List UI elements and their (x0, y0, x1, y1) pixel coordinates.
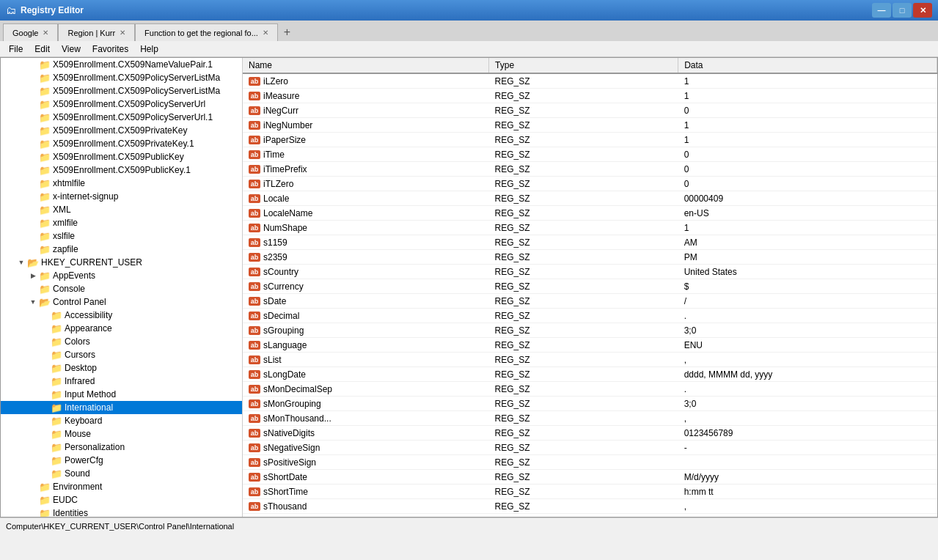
tree-item-identities[interactable]: 📁Identities (1, 506, 242, 517)
maximize-button[interactable]: □ (893, 3, 912, 18)
tree-toggle-keyboard (39, 415, 51, 427)
tree-item-infrared[interactable]: 📁Infrared (1, 375, 242, 388)
table-row[interactable]: ab sNativeDigitsREG_SZ0123456789 (243, 426, 937, 441)
tree-item-xml[interactable]: 📁XML (1, 203, 242, 216)
tree-item-xmlfile[interactable]: 📁xmlfile (1, 216, 242, 229)
tree-item-appevents[interactable]: ▶📁AppEvents (1, 269, 242, 282)
tree-item-colors[interactable]: 📁Colors (1, 335, 242, 348)
tree-label-input: Input Method (65, 389, 116, 399)
minimize-button[interactable]: — (872, 3, 891, 18)
tree-item-environ[interactable]: 📁Environment (1, 480, 242, 493)
tree-item-keyboard[interactable]: 📁Keyboard (1, 414, 242, 427)
add-tab-button[interactable]: + (278, 23, 296, 41)
cell-type-0: REG_SZ (489, 73, 678, 89)
tree-item-mouse[interactable]: 📁Mouse (1, 427, 242, 441)
tree-item-xint[interactable]: 📁x-internet-signup (1, 190, 242, 203)
tree-item-x509-1[interactable]: 📁X509Enrollment.CX509NameValuePair.1 (1, 58, 242, 71)
table-row[interactable]: ab sListREG_SZ, (243, 353, 937, 367)
tree-item-x509-6[interactable]: 📁X509Enrollment.CX509PrivateKey (1, 124, 242, 137)
tree-item-console[interactable]: 📁Console (1, 282, 242, 295)
table-row[interactable]: ab sNegativeSignREG_SZ- (243, 441, 937, 455)
table-row[interactable]: ab sLanguageREG_SZENU (243, 338, 937, 353)
tab-close-3[interactable]: ✕ (263, 29, 268, 37)
table-row[interactable]: ab sMonDecimalSepREG_SZ. (243, 382, 937, 397)
tree-item-x509-3[interactable]: 📁X509Enrollment.CX509PolicyServerListMa (1, 84, 242, 97)
tree-item-powercfg[interactable]: 📁PowerCfg (1, 454, 242, 467)
table-row[interactable]: ab sGroupingREG_SZ3;0 (243, 323, 937, 338)
close-button[interactable]: ✕ (913, 3, 932, 18)
tab-close-1[interactable]: ✕ (43, 29, 48, 37)
tree-item-access[interactable]: 📁Accessibility (1, 309, 242, 322)
tree-item-hkcu[interactable]: ▼📂HKEY_CURRENT_USER (1, 256, 242, 269)
cell-data-28: h:mm tt (678, 485, 937, 499)
table-row[interactable]: ab iLZeroREG_SZ1 (243, 73, 937, 89)
tree-item-x509-4[interactable]: 📁X509Enrollment.CX509PolicyServerUrl (1, 97, 242, 111)
table-row[interactable]: ab sMonThousand...REG_SZ, (243, 411, 937, 426)
menu-edit[interactable]: Edit (29, 41, 56, 56)
tree-item-x509-5[interactable]: 📁X509Enrollment.CX509PolicyServerUrl.1 (1, 111, 242, 124)
table-row[interactable]: ab sLongDateREG_SZdddd, MMMM dd, yyyy (243, 367, 937, 382)
table-row[interactable]: ab s1159REG_SZAM (243, 235, 937, 250)
menu-help[interactable]: Help (134, 41, 164, 56)
tree-toggle-environ (27, 481, 39, 493)
cell-name-9: ab LocaleName (243, 206, 489, 221)
tree-item-xhtml[interactable]: 📁xhtmlfile (1, 177, 242, 190)
tree-toggle-x509-1 (27, 59, 39, 70)
main-container: 📁X509Enrollment.CX509NameValuePair.1📁X50… (0, 57, 938, 517)
cell-type-1: REG_SZ (489, 89, 678, 103)
tree-item-x509-7[interactable]: 📁X509Enrollment.CX509PrivateKey.1 (1, 137, 242, 150)
table-row[interactable]: ab sMonGroupingREG_SZ3;0 (243, 397, 937, 411)
table-row[interactable]: ab sShortDateREG_SZM/d/yyyy (243, 470, 937, 485)
tab-close-2[interactable]: ✕ (120, 29, 125, 37)
table-row[interactable]: ab sDecimalREG_SZ. (243, 309, 937, 323)
tree-item-sound[interactable]: 📁Sound (1, 467, 242, 480)
table-row[interactable]: ab iMeasureREG_SZ1 (243, 89, 937, 103)
table-row[interactable]: ab iTLZeroREG_SZ0 (243, 177, 937, 191)
tree-item-appear[interactable]: 📁Appearance (1, 322, 242, 335)
table-row[interactable]: ab sThousandREG_SZ, (243, 499, 937, 514)
folder-icon-x509-4: 📁 (39, 99, 51, 110)
menu-file[interactable]: File (3, 41, 29, 56)
cell-type-3: REG_SZ (489, 118, 678, 133)
tree-item-input[interactable]: 📁Input Method (1, 388, 242, 401)
menu-favorites[interactable]: Favorites (87, 41, 134, 56)
tree-item-desktop[interactable]: 📁Desktop (1, 361, 242, 375)
tree-item-eudc[interactable]: 📁EUDC (1, 493, 242, 506)
table-row[interactable]: ab s2359REG_SZPM (243, 250, 937, 265)
cell-type-13: REG_SZ (489, 265, 678, 279)
tree-item-xslfile[interactable]: 📁xslfile (1, 229, 242, 243)
table-row[interactable]: ab iPaperSizeREG_SZ1 (243, 133, 937, 147)
tree-item-x509-8[interactable]: 📁X509Enrollment.CX509PublicKey (1, 150, 242, 163)
table-row[interactable]: ab NumShapeREG_SZ1 (243, 221, 937, 235)
table-row[interactable]: ab LocaleNameREG_SZen-US (243, 206, 937, 221)
browser-tab-1[interactable]: Google ✕ (3, 23, 58, 41)
table-row[interactable]: ab sTimeREG_SZ: (243, 514, 937, 517)
table-row[interactable]: ab sDateREG_SZ/ (243, 294, 937, 309)
tree-item-person[interactable]: 📁Personalization (1, 441, 242, 454)
tree-item-cp[interactable]: ▼📂Control Panel (1, 295, 242, 309)
table-row[interactable]: ab sCountryREG_SZUnited States (243, 265, 937, 279)
table-row[interactable]: ab LocaleREG_SZ00000409 (243, 191, 937, 206)
table-row[interactable]: ab sShortTimeREG_SZh:mm tt (243, 485, 937, 499)
tree-item-zapfile[interactable]: 📁zapfile (1, 243, 242, 256)
tree-label-xmlfile: xmlfile (53, 218, 78, 228)
cell-type-12: REG_SZ (489, 250, 678, 265)
table-row[interactable]: ab iTimePrefixREG_SZ0 (243, 162, 937, 177)
cell-name-13: ab sCountry (243, 265, 489, 279)
tree-item-intl[interactable]: 📁International (1, 401, 242, 414)
menu-view[interactable]: View (56, 41, 87, 56)
cell-name-16: ab sDecimal (243, 309, 489, 323)
table-row[interactable]: ab iNegCurrREG_SZ0 (243, 103, 937, 118)
table-row[interactable]: ab iNegNumberREG_SZ1 (243, 118, 937, 133)
tree-item-x509-9[interactable]: 📁X509Enrollment.CX509PublicKey.1 (1, 163, 242, 177)
table-row[interactable]: ab iTimeREG_SZ0 (243, 147, 937, 162)
table-row[interactable]: ab sCurrencyREG_SZ$ (243, 279, 937, 294)
cell-data-6: 0 (678, 162, 937, 177)
tree-item-x509-2[interactable]: 📁X509Enrollment.CX509PolicyServerListMa (1, 71, 242, 84)
tree-label-access: Accessibility (65, 310, 112, 320)
tree-item-cursors[interactable]: 📁Cursors (1, 348, 242, 361)
browser-tab-2[interactable]: Region | Kurr ✕ (58, 23, 135, 41)
table-row[interactable]: ab sPositiveSignREG_SZ (243, 455, 937, 470)
cell-name-18: ab sLanguage (243, 338, 489, 353)
browser-tab-3[interactable]: Function to get the regional fo... ✕ (135, 23, 278, 41)
